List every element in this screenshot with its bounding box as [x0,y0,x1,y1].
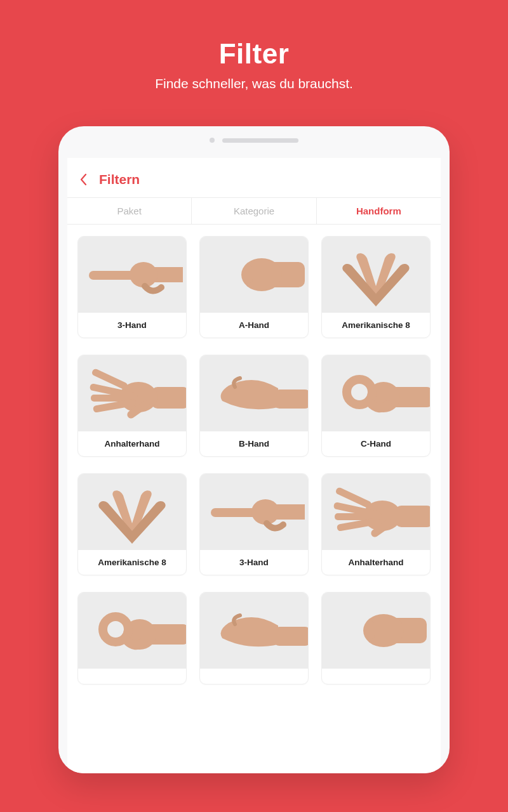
card-label: B-Hand [200,431,308,456]
card-label: Amerikanische 8 [322,313,430,337]
handform-card[interactable] [199,592,309,684]
handform-card[interactable]: Anhalterhand [77,355,187,457]
handform-card[interactable]: B-Hand [199,355,309,457]
handform-card[interactable]: 3-Hand [77,236,187,338]
svg-rect-45 [366,620,375,639]
speaker-bar-icon [222,138,298,143]
card-label: Amerikanische 8 [78,550,186,575]
card-label: A-Hand [200,313,308,337]
handform-card[interactable]: 3-Hand [199,473,309,575]
card-label: Anhalterhand [78,431,186,456]
card-label [78,669,186,684]
handform-card[interactable]: Amerikanische 8 [321,236,431,338]
card-label: 3-Hand [200,550,308,575]
handform-card[interactable] [77,592,187,684]
card-label [200,669,308,684]
filter-tabs: Paket Kategorie Handform [67,197,441,225]
handform-card[interactable] [321,592,431,684]
hand-spread-icon [322,474,430,550]
handform-card[interactable]: Amerikanische 8 [77,473,187,575]
tab-handform[interactable]: Handform [317,198,441,224]
card-label [322,669,430,684]
svg-rect-7 [244,265,253,284]
hand-pinch-icon [322,355,430,431]
nav-title: Filtern [99,172,140,187]
card-label: 3-Hand [78,313,186,337]
hand-flat-icon [200,355,308,431]
svg-rect-40 [273,627,308,646]
hand-pointing-icon [78,237,186,313]
hand-fist-icon [200,237,308,313]
hand-spread-icon [78,355,186,431]
card-label: Anhalterhand [322,550,430,575]
svg-rect-18 [273,390,308,409]
hand-fist-icon [322,593,430,669]
chevron-left-icon [79,173,88,186]
hand-flat-icon [200,593,308,669]
handform-card[interactable]: A-Hand [199,236,309,338]
handform-card[interactable]: Anhalterhand [321,473,431,575]
page-title: Filter [13,38,495,70]
tab-paket[interactable]: Paket [67,198,192,224]
hand-twohands-icon [78,474,186,550]
camera-dot-icon [210,138,215,143]
card-label: C-Hand [322,431,430,456]
hand-pointing-icon [200,474,308,550]
handform-card[interactable]: C-Hand [321,355,431,457]
nav-bar: Filtern [67,158,441,197]
card-grid: 3-Hand A-Hand Amerikanische 8 Anhalterha… [77,236,431,684]
page-subtitle: Finde schneller, was du brauchst. [13,76,495,91]
card-grid-wrap: 3-Hand A-Hand Amerikanische 8 Anhalterha… [67,225,441,773]
tablet-frame: Filtern Paket Kategorie Handform 3-Hand … [58,126,450,773]
hand-twohands-icon [322,237,430,313]
back-button[interactable] [79,173,88,186]
tab-kategorie[interactable]: Kategorie [192,198,316,224]
hand-pinch-icon [78,593,186,669]
app-screen: Filtern Paket Kategorie Handform 3-Hand … [67,158,441,773]
device-speaker [58,138,450,143]
